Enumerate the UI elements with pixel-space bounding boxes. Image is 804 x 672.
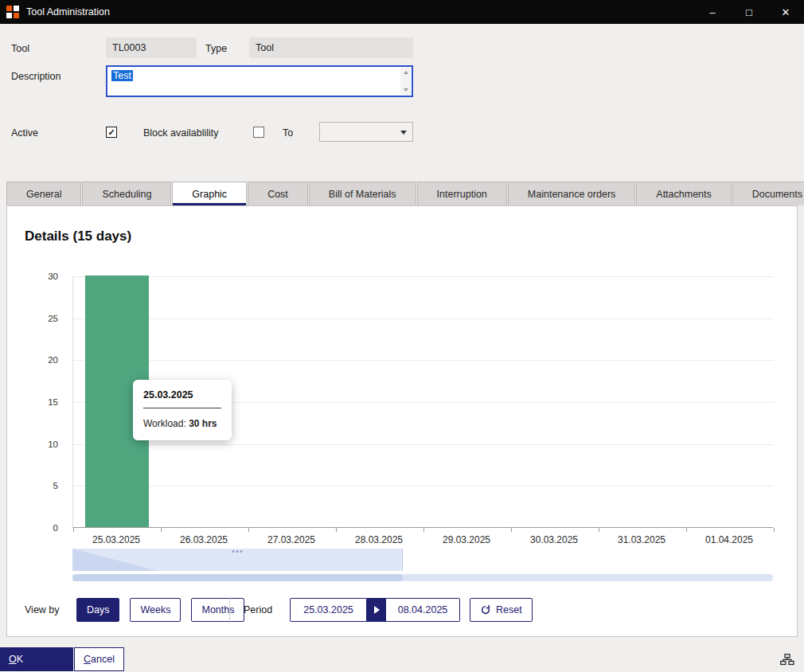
description-label: Description — [11, 71, 61, 82]
play-arrow-icon — [374, 606, 380, 614]
navigator-scrollbar[interactable] — [72, 574, 773, 581]
chart-title: Details (15 days) — [25, 229, 131, 244]
view-by-weeks-button[interactable]: Weeks — [130, 598, 181, 622]
tab-attachments[interactable]: Attachments — [636, 182, 731, 205]
tab-documents[interactable]: Documents — [732, 182, 804, 205]
y-axis-tick-label: 0 — [53, 523, 58, 533]
x-axis-label: 26.03.2025 — [160, 534, 248, 545]
cancel-button[interactable]: Cancel — [74, 647, 124, 671]
maximize-button[interactable]: □ — [731, 0, 767, 24]
y-axis-tick-label: 10 — [48, 440, 58, 449]
navigator-drag-handle-icon[interactable] — [236, 550, 239, 553]
range-navigator[interactable] — [72, 549, 773, 571]
active-checkbox[interactable]: ✓ — [106, 127, 117, 138]
x-axis-tick — [161, 528, 162, 532]
scroll-down-icon[interactable] — [404, 88, 408, 92]
tab-bill-of-materials[interactable]: Bill of Materials — [309, 182, 416, 205]
navigator-scrollbar-thumb[interactable] — [72, 574, 403, 581]
view-by-label: View by — [25, 604, 60, 615]
tool-field[interactable]: TL0003 — [106, 37, 197, 58]
sitemap-icon[interactable] — [780, 654, 794, 666]
x-axis-tick — [686, 528, 687, 532]
tab-cost[interactable]: Cost — [248, 182, 308, 205]
y-axis-tick-label: 25 — [48, 314, 58, 323]
app-logo-icon — [6, 6, 19, 18]
x-axis-tick — [73, 528, 74, 532]
x-axis-label: 01.04.2025 — [685, 534, 773, 545]
x-axis-tick — [336, 528, 337, 532]
period-group: 25.03.2025 08.04.2025 Reset — [290, 598, 533, 622]
tooltip-date: 25.03.2025 — [143, 389, 221, 408]
description-scrollbar[interactable] — [400, 68, 411, 95]
chevron-down-icon — [400, 131, 407, 135]
block-availability-checkbox[interactable] — [253, 127, 264, 138]
reset-label: Reset — [496, 604, 522, 615]
gridline — [73, 486, 774, 486]
chart-controls-row: View by DaysWeeksMonths Period 25.03.202… — [7, 596, 798, 625]
view-by-days-button[interactable]: Days — [76, 598, 119, 622]
check-icon: ✓ — [107, 128, 115, 137]
x-axis-label: 31.03.2025 — [598, 534, 685, 545]
tab-interruption[interactable]: Interruption — [417, 182, 507, 205]
view-by-months-button[interactable]: Months — [191, 598, 244, 622]
y-axis-tick-label: 15 — [48, 397, 58, 407]
description-field[interactable]: Test — [106, 65, 413, 97]
active-label: Active — [11, 127, 38, 139]
x-axis-tick — [423, 528, 424, 532]
to-label: To — [283, 127, 293, 139]
graphic-tab-panel: Details (15 days) 051015202530 25.03.202… — [6, 205, 798, 637]
block-to-dropdown[interactable] — [319, 122, 413, 142]
x-axis-label: 27.03.2025 — [248, 534, 335, 545]
reset-button[interactable]: Reset — [470, 598, 533, 622]
tab-maintenance-orders[interactable]: Maintenance orders — [508, 182, 635, 205]
x-axis-label: 30.03.2025 — [510, 534, 598, 545]
view-by-group: DaysWeeksMonths — [76, 598, 244, 622]
tool-label: Tool — [11, 43, 29, 54]
y-axis-tick-label: 30 — [48, 272, 58, 281]
gridline — [73, 444, 774, 445]
tooltip-value: Workload: 30 hrs — [143, 408, 221, 429]
description-selected-text: Test — [111, 70, 133, 81]
ok-button[interactable]: OK — [0, 647, 73, 671]
block-availability-label: Block availablility — [143, 127, 218, 139]
x-axis-label: 29.03.2025 — [423, 534, 510, 545]
gridline — [73, 276, 774, 277]
scroll-up-icon[interactable] — [404, 71, 408, 74]
x-axis-tick — [511, 528, 512, 532]
tab-scheduling[interactable]: Scheduling — [82, 182, 171, 205]
chart-tooltip: 25.03.2025 Workload: 30 hrs — [133, 380, 232, 440]
range-selection[interactable] — [72, 549, 403, 571]
close-button[interactable]: ✕ — [767, 0, 804, 24]
x-axis-label: 25.03.2025 — [72, 534, 160, 545]
refresh-icon — [480, 604, 491, 615]
type-label: Type — [205, 43, 227, 54]
x-axis-tick — [248, 528, 249, 532]
period-end-button[interactable]: 08.04.2025 — [386, 598, 460, 622]
window-title: Tool Administration — [26, 6, 110, 18]
type-field[interactable]: Tool — [249, 37, 413, 58]
tab-graphic[interactable]: Graphic — [172, 182, 247, 205]
tab-bar: GeneralSchedulingGraphicCostBill of Mate… — [6, 182, 804, 205]
minimize-button[interactable]: – — [694, 0, 731, 24]
y-axis-labels: 051015202530 — [28, 276, 66, 528]
period-label: Period — [244, 604, 272, 615]
x-axis-tick — [599, 528, 599, 532]
x-axis-label: 28.03.2025 — [335, 534, 423, 545]
y-axis-tick-label: 20 — [48, 355, 58, 365]
x-axis-labels: 25.03.202526.03.202527.03.202528.03.2025… — [72, 534, 773, 547]
period-start-button[interactable]: 25.03.2025 — [290, 598, 367, 622]
y-axis-tick-label: 5 — [53, 481, 58, 490]
period-advance-button[interactable] — [367, 598, 386, 622]
controls-divider — [229, 596, 230, 623]
tab-general[interactable]: General — [6, 182, 81, 205]
gridline — [73, 318, 774, 319]
title-bar: Tool Administration – □ ✕ — [0, 0, 804, 24]
gridline — [73, 360, 774, 361]
x-axis-tick — [774, 528, 775, 532]
